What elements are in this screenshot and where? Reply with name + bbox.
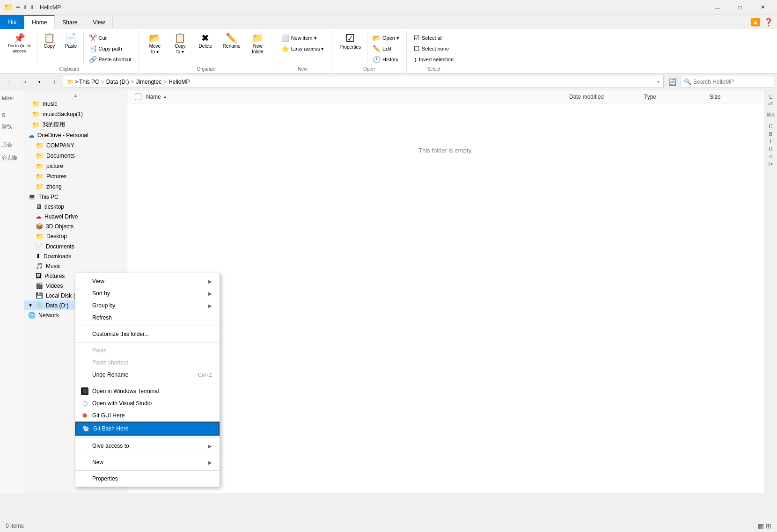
sidebar-item-company[interactable]: 📁 COMPANY (24, 140, 127, 151)
sidebar-item-picture[interactable]: 📁 picture (24, 161, 127, 171)
ctx-item-undo[interactable]: Undo Rename Ctrl+Z (75, 369, 220, 381)
separator (75, 342, 220, 343)
copy-button[interactable]: 📋 Copy (39, 31, 60, 51)
paste-button[interactable]: 📄 Paste (61, 31, 81, 51)
sidebar-item-myapps[interactable]: 📁 我的应用 (24, 119, 127, 130)
shortcut-label: Ctrl+Z (198, 372, 212, 378)
disk-icon: 💾 (36, 292, 43, 299)
disk-blue-icon: 💿 (36, 302, 43, 309)
forward-button[interactable]: → (18, 75, 31, 88)
ribbon-expand-btn[interactable]: 🔼 (751, 18, 760, 27)
recent-locations-button[interactable]: ▾ (33, 75, 46, 88)
ctx-item-git-gui[interactable]: ⬟ Git GUI Here (75, 409, 220, 422)
sidebar-item-zhong[interactable]: 📁 zhong (24, 182, 127, 192)
open-button[interactable]: 📂 Open ▾ (369, 33, 403, 43)
ctx-item-new[interactable]: New ▶ (75, 456, 220, 468)
copy-to-button[interactable]: 📋 Copyto ▾ (168, 31, 192, 57)
edit-button[interactable]: ✏️ Edit (369, 44, 403, 54)
search-box: 🔍 (681, 76, 774, 88)
sidebar-item-downloads[interactable]: ⬇ Downloads (24, 251, 127, 261)
address-path[interactable]: 📁 > This PC > Data (D:) > Jimengtec > He… (63, 76, 664, 88)
sort-icon (81, 290, 88, 297)
sidebar-item-pictures-od[interactable]: 📁 Pictures (24, 171, 127, 182)
sidebar-item-documents[interactable]: 📄 Documents (24, 241, 127, 251)
new-folder-button[interactable]: 📁 Newfolder (246, 31, 270, 57)
new-item-button[interactable]: ⬜ New item ▾ (278, 33, 328, 43)
move-to-button[interactable]: 📂 Moveto ▾ (143, 31, 167, 57)
path-data-d[interactable]: Data (D:) (106, 79, 129, 85)
arrow-icon: ▶ (208, 279, 212, 284)
sidebar-scroll-up[interactable]: ▲ (24, 92, 127, 99)
tab-file[interactable]: File (0, 15, 24, 29)
separator (75, 383, 220, 383)
tab-share[interactable]: Share (55, 15, 85, 29)
help-btn[interactable]: ❓ (764, 18, 773, 27)
delete-button[interactable]: ✖ Delete (193, 31, 218, 51)
search-input[interactable] (693, 79, 771, 85)
select-all-button[interactable]: ☑ Select all (410, 33, 457, 43)
select-all-checkbox[interactable] (135, 94, 141, 100)
ctx-item-customize[interactable]: Customize this folder... (75, 328, 220, 340)
refresh-icon (81, 314, 88, 321)
minimize-button[interactable]: — (707, 0, 728, 15)
back-button[interactable]: ← (3, 75, 16, 88)
sidebar-item-3dobjects[interactable]: 📦 3D Objects (24, 221, 127, 231)
tiles-view-btn[interactable]: ⊞ (766, 522, 771, 530)
easy-access-button[interactable]: ⭐ Easy access ▾ (278, 44, 328, 54)
history-button[interactable]: 🕐 History (369, 54, 403, 65)
rename-button[interactable]: ✏️ Rename (219, 31, 245, 51)
folder-icon: 📁 (36, 142, 44, 149)
ctx-item-windows-terminal[interactable]: ⬛ Open in Windows Terminal (75, 385, 220, 397)
up-button[interactable]: ↑ (48, 75, 61, 88)
paste-shortcut-button[interactable]: 🔗 Paste shortcut (86, 54, 135, 65)
sidebar-item-huawei[interactable]: ☁ Huawei Drive (24, 211, 127, 221)
empty-message: This folder is empty. (127, 103, 764, 197)
col-header-size[interactable]: Size (710, 94, 756, 100)
pin-to-quick-access-button[interactable]: 📌 Pin to Quickaccess (4, 31, 35, 56)
organize-group: 📂 Moveto ▾ 📋 Copyto ▾ ✖ Delete ✏️ Rename… (139, 31, 274, 73)
separator (75, 326, 220, 326)
tab-view[interactable]: View (85, 15, 113, 29)
path-hellomp[interactable]: HelloMP (169, 79, 190, 85)
path-this-pc[interactable]: This PC (79, 79, 99, 85)
close-button[interactable]: ✕ (752, 0, 773, 15)
copy-path-button[interactable]: 📑 Copy path (86, 44, 135, 54)
arrow-icon: ▶ (208, 444, 212, 449)
invert-selection-button[interactable]: ↕ Invert selection (410, 54, 457, 65)
sidebar-item-desktop-pc[interactable]: 🖥 desktop (24, 202, 127, 211)
undo-icon (81, 371, 88, 379)
col-header-date[interactable]: Date modified (569, 94, 644, 100)
sidebar-item-musicbackup[interactable]: 📁 musicBackup(1) (24, 109, 127, 119)
context-menu: View ▶ Sort by ▶ Group by ▶ Refresh (75, 273, 220, 487)
ctx-item-properties[interactable]: Properties (75, 473, 220, 485)
ctx-item-visual-studio[interactable]: ⬡ Open with Visual Studio (75, 397, 220, 409)
ctx-item-give-access[interactable]: Give access to ▶ (75, 440, 220, 452)
col-header-name[interactable]: Name ▲ (146, 94, 569, 100)
sidebar-item-music-pc[interactable]: 🎵 Music (24, 261, 127, 271)
cut-button[interactable]: ✂️ Cut (86, 33, 135, 43)
folder-icon: 📁 (32, 121, 40, 129)
folder-icon: 📁 (36, 233, 44, 240)
sidebar-item-thispc[interactable]: 💻 This PC (24, 192, 127, 202)
ctx-item-git-bash[interactable]: 🐚 Git Bash Here (75, 422, 220, 436)
ctx-item-group[interactable]: Group by ▶ (75, 299, 220, 312)
tab-home[interactable]: Home (24, 15, 55, 29)
new-label: New (278, 66, 328, 73)
properties-button[interactable]: ☑ Properties (335, 31, 365, 52)
divider (37, 33, 37, 63)
ctx-item-sort[interactable]: Sort by ▶ (75, 287, 220, 299)
sidebar-item-onedrive[interactable]: ☁ OneDrive - Personal (24, 130, 127, 140)
sidebar-item-music[interactable]: 📁 music (24, 99, 127, 109)
col-header-type[interactable]: Type (644, 94, 710, 100)
refresh-button[interactable]: 🔄 (666, 75, 679, 88)
path-jimengtec[interactable]: Jimengtec (136, 79, 161, 85)
ctx-item-refresh[interactable]: Refresh (75, 312, 220, 324)
sidebar-item-desktop[interactable]: 📁 Desktop (24, 231, 127, 241)
sidebar-item-documents-od[interactable]: 📁 Documents (24, 151, 127, 161)
select-none-button[interactable]: ☐ Select none (410, 44, 457, 54)
right-partial-panel: L aT 插入 C B I H < /> (764, 90, 777, 493)
sort-icon: ▲ (163, 95, 167, 99)
details-view-btn[interactable]: ▦ (758, 522, 764, 530)
ctx-item-view[interactable]: View ▶ (75, 275, 220, 287)
maximize-button[interactable]: □ (729, 0, 751, 15)
